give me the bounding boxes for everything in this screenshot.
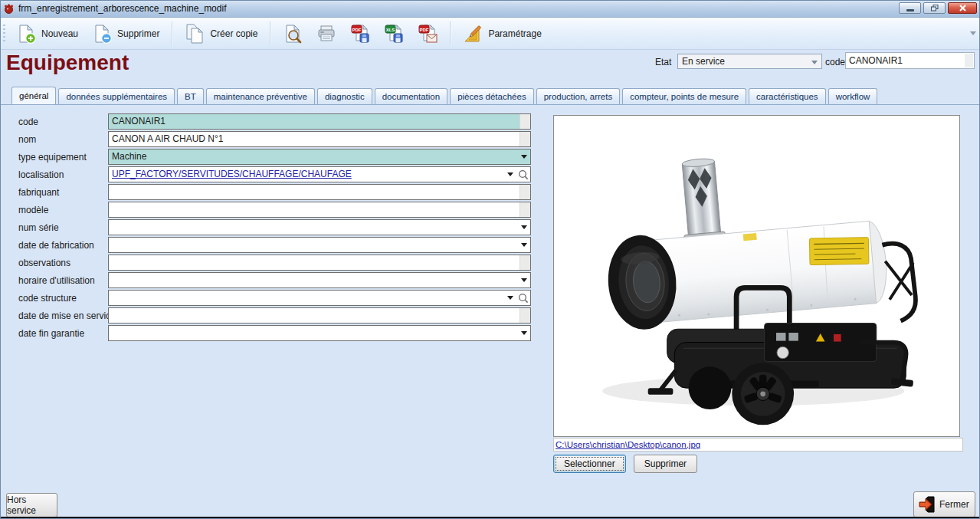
field-type-equipement-value: Machine xyxy=(109,149,530,164)
dropdown-arrow-icon[interactable] xyxy=(517,238,530,252)
field-horaire-utilisation-input[interactable] xyxy=(108,272,531,288)
chevron-down-icon xyxy=(811,61,818,64)
tab-donn-es-suppl-mentaires[interactable]: données supplémentaires xyxy=(58,88,175,104)
send-pdf-mail-button[interactable]: PDF xyxy=(411,21,444,47)
field-label-localisation: localisation xyxy=(18,169,108,180)
supprimer-photo-button[interactable]: Supprimer xyxy=(634,455,697,473)
equipment-photo-panel xyxy=(553,115,960,437)
header-code-input[interactable]: CANONAIR1 xyxy=(845,52,975,69)
tab-compteur-points-de-mesure[interactable]: compteur, points de mesure xyxy=(622,88,746,104)
field-code-input[interactable]: CANONAIR1 xyxy=(108,113,531,130)
nouveau-button[interactable]: Nouveau xyxy=(9,21,85,47)
delete-record-icon xyxy=(92,24,112,44)
toolbar-separator xyxy=(450,21,451,45)
fermer-button[interactable]: Fermer xyxy=(913,491,975,517)
field-row-localisation: localisationUPF_FACTORY/SERVITUDES/CHAUF… xyxy=(18,166,532,183)
minimize-button[interactable] xyxy=(899,2,921,14)
field-code-value: CANONAIR1 xyxy=(109,114,530,129)
field-date-mise-en-service-input[interactable] xyxy=(108,307,531,324)
field-row-horaire-utilisation: horaire d'utilisation xyxy=(18,271,532,289)
dropdown-arrow-icon[interactable] xyxy=(503,291,516,305)
general-tab-panel: codeCANONAIR1nomCANON A AIR CHAUD N°1typ… xyxy=(18,113,532,342)
dropdown-arrow-icon[interactable] xyxy=(517,220,530,235)
field-date-de-fabrication-input[interactable] xyxy=(108,237,531,253)
tab-production-arrets[interactable]: production, arrets xyxy=(536,88,621,104)
input-strip xyxy=(519,255,530,270)
supprimer-label: Supprimer xyxy=(117,28,159,39)
field-localisation-input[interactable]: UPF_FACTORY/SERVITUDES/CHAUFFAGE/CHAUFAG… xyxy=(108,166,531,182)
field-row-date-fin-garantie: date fin garantie xyxy=(18,324,532,342)
field-num-serie-input[interactable] xyxy=(108,219,531,235)
photo-buttons: Selectionner Supprimer xyxy=(553,455,697,473)
title-bar: frm_enregistrement_arborescence_machine_… xyxy=(0,0,980,18)
svg-text:PDF: PDF xyxy=(352,27,362,31)
field-label-type-equipement: type equipement xyxy=(18,152,108,163)
nouveau-label: Nouveau xyxy=(41,28,78,39)
toolbar: Nouveau Supprimer Créer copie xyxy=(0,18,980,50)
new-record-icon xyxy=(16,24,36,44)
field-localisation-value[interactable]: UPF_FACTORY/SERVITUDES/CHAUFFAGE/CHAUFAG… xyxy=(109,167,530,182)
field-row-date-de-fabrication: date de fabrication xyxy=(18,236,532,254)
toolbar-separator xyxy=(270,21,270,45)
tab-diagnostic[interactable]: diagnostic xyxy=(317,88,372,104)
dropdown-arrow-icon[interactable] xyxy=(517,273,530,287)
creer-copie-button[interactable]: Créer copie xyxy=(178,21,264,47)
xls-save-icon: XLS xyxy=(384,24,404,44)
input-strip xyxy=(965,54,973,67)
tab-underline xyxy=(0,104,980,105)
input-strip xyxy=(519,114,530,129)
field-observations-input[interactable] xyxy=(108,255,531,271)
exit-door-icon xyxy=(918,495,936,514)
etat-dropdown[interactable]: En service xyxy=(677,54,822,69)
copy-icon xyxy=(185,24,205,44)
pdf-save-icon: PDF xyxy=(350,24,370,44)
tab-strip: généraldonnées supplémentairesBTmaintena… xyxy=(11,87,877,104)
tab-documentation[interactable]: documentation xyxy=(375,88,447,104)
field-label-nom: nom xyxy=(18,134,108,145)
field-label-code-structure: code structure xyxy=(18,293,108,304)
field-row-code: codeCANONAIR1 xyxy=(18,113,532,130)
tab-bt[interactable]: BT xyxy=(177,88,204,104)
search-icon[interactable] xyxy=(517,167,529,182)
tab-maintenance-pr-ventive[interactable]: maintenance préventive xyxy=(206,88,315,104)
parametrage-button[interactable]: Paramétrage xyxy=(456,21,548,47)
field-date-fin-garantie-input[interactable] xyxy=(108,325,531,341)
svg-text:XLS: XLS xyxy=(386,27,395,31)
toolbar-grip xyxy=(3,25,5,42)
field-modele-input[interactable] xyxy=(108,202,531,218)
field-row-nom: nomCANON A AIR CHAUD N°1 xyxy=(18,130,532,148)
page-title: Equipement xyxy=(6,51,129,75)
field-fabriquant-input[interactable] xyxy=(108,184,531,200)
tab-caract-ristiques[interactable]: caractéristiques xyxy=(749,88,826,104)
dropdown-arrow-icon[interactable] xyxy=(517,326,530,340)
settings-ruler-pencil-icon xyxy=(463,24,483,44)
field-row-observations: observations xyxy=(18,254,532,271)
etat-label: Etat xyxy=(655,57,671,67)
input-strip xyxy=(519,132,530,146)
supprimer-button[interactable]: Supprimer xyxy=(85,21,166,47)
dropdown-arrow-icon[interactable] xyxy=(503,167,516,182)
field-label-code: code xyxy=(18,117,108,127)
selectionner-button[interactable]: Selectionner xyxy=(553,455,626,473)
hors-service-button[interactable]: Hors service xyxy=(6,493,57,517)
input-strip xyxy=(519,185,530,199)
export-xls-button[interactable]: XLS xyxy=(377,21,411,47)
preview-button[interactable] xyxy=(276,21,310,47)
field-nom-input[interactable]: CANON A AIR CHAUD N°1 xyxy=(108,131,531,147)
close-button[interactable] xyxy=(948,2,977,14)
etat-value: En service xyxy=(682,56,725,67)
restore-button[interactable] xyxy=(923,2,946,14)
header-code-label: code xyxy=(825,57,845,67)
tab-g-n-ral[interactable]: général xyxy=(11,87,56,104)
input-strip xyxy=(519,308,530,323)
field-type-equipement-input[interactable]: Machine xyxy=(108,149,531,165)
photo-path-link[interactable]: C:\Users\christian\Desktop\canon.jpg xyxy=(556,440,700,449)
search-icon[interactable] xyxy=(517,291,529,305)
export-pdf-button[interactable]: PDF xyxy=(343,21,377,47)
tab-workflow[interactable]: workflow xyxy=(828,88,878,104)
toolbar-overflow-chevron-icon[interactable] xyxy=(970,31,976,35)
tab-pi-ces-d-tach-es[interactable]: pièces détachées xyxy=(450,88,534,104)
print-button[interactable] xyxy=(310,21,343,47)
field-code-structure-input[interactable] xyxy=(108,290,531,306)
dropdown-arrow-icon[interactable] xyxy=(517,149,530,164)
